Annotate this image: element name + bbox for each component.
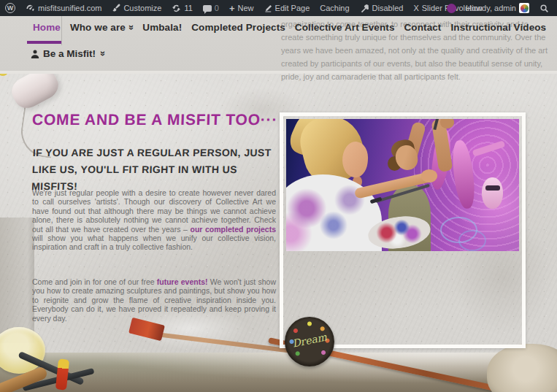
customize-label: Customize <box>123 4 161 12</box>
mural-face-with-sunglasses <box>482 177 503 209</box>
page-subtitle: IF YOU ARE JUST A REGULAR PERSON, JUST L… <box>31 145 283 195</box>
caching-menu[interactable]: Caching <box>315 0 354 16</box>
nav-item-label: Contact <box>404 22 442 33</box>
updates-menu[interactable]: 11 <box>166 0 197 16</box>
admin-bar-right: Howdy, admin <box>442 0 554 16</box>
nav-item-home[interactable]: Home <box>28 22 65 33</box>
comments-count: 0 <box>215 4 219 12</box>
paintbrush-icon <box>112 4 120 12</box>
nav-item-label: Instructional Videos <box>450 22 546 33</box>
completed-projects-link[interactable]: our completed projects <box>191 225 277 234</box>
background-plank <box>0 218 34 343</box>
site-name-label: misfitsunified.com <box>38 4 101 12</box>
gauge-icon <box>26 4 35 13</box>
slider-photo-frame <box>280 112 526 348</box>
future-events-link[interactable]: future events! <box>157 277 208 286</box>
nav-item-completed-projects[interactable]: Completed Projects <box>187 22 290 33</box>
wordpress-logo-icon: W <box>5 3 15 13</box>
mural-scribble <box>458 230 486 251</box>
updates-count: 11 <box>184 4 192 12</box>
chevron-double-down-icon: « <box>97 51 107 56</box>
my-account-menu[interactable]: Howdy, admin <box>461 0 534 16</box>
caching-label: Caching <box>320 4 349 12</box>
person-icon <box>31 50 39 58</box>
disabled-label: Disabled <box>372 4 404 12</box>
plus-icon: + <box>229 4 235 13</box>
painter-two-hand <box>440 119 454 128</box>
updates-icon <box>172 4 181 13</box>
speed-plugin-menu[interactable]: Disabled <box>355 0 409 16</box>
dream-sticker-text: Dream <box>284 329 335 351</box>
nav-separator <box>61 16 62 45</box>
edit-page-label: Edit Page <box>275 4 310 12</box>
intro-paragraph: We're just regular people with a desire … <box>32 188 276 252</box>
site-name-menu[interactable]: misfitsunified.com <box>20 0 107 16</box>
nav-item-be-a-misfit[interactable]: Be a Misfit! « <box>31 48 104 59</box>
slider-revolution-x-icon: X <box>413 4 418 12</box>
mural-painting-photo <box>286 119 519 251</box>
nav-item-label: Be a Misfit! <box>43 48 96 59</box>
search-menu[interactable] <box>534 0 554 16</box>
wp-admin-bar: W misfitsunified.com Customize 11 0 + <box>0 0 557 16</box>
main-navigation: Home Who we are « Umbala! Completed Proj… <box>28 22 551 33</box>
nav-item-umbala[interactable]: Umbala! <box>138 22 186 33</box>
nav-item-label: Completed Projects <box>191 22 285 33</box>
active-underline <box>27 41 61 44</box>
pencil-icon <box>264 4 272 12</box>
search-icon <box>539 4 549 13</box>
wp-logo-menu[interactable]: W <box>0 0 20 16</box>
hammer-icon <box>360 4 369 13</box>
page-title: COME AND BE A MISFIT TOO··· <box>32 111 285 128</box>
nav-item-collective-art-events[interactable]: Collective Art Events <box>291 22 399 33</box>
painter-one-hand <box>421 169 437 182</box>
avatar <box>519 3 529 13</box>
nav-item-who-we-are[interactable]: Who we are « <box>66 22 137 33</box>
join-paragraph-text: Come and join in for one of our free <box>32 277 157 286</box>
new-label: New <box>238 4 254 12</box>
nav-item-label: Home <box>33 22 61 33</box>
nav-item-label: Collective Art Events <box>295 22 395 33</box>
customize-menu[interactable]: Customize <box>107 0 166 16</box>
nav-item-label: Umbala! <box>142 22 182 33</box>
nav-item-contact[interactable]: Contact <box>400 22 446 33</box>
intro-paragraph-text: will show you what happens when we unify… <box>32 234 276 251</box>
avatar-image <box>520 4 529 12</box>
nav-item-instructional-videos[interactable]: Instructional Videos <box>446 22 550 33</box>
plugin-dot-icon[interactable] <box>447 4 456 13</box>
comment-bubble-icon <box>203 5 212 12</box>
site-header: organization to come together, to reconn… <box>0 16 557 74</box>
nav-item-label: Who we are <box>70 22 126 33</box>
edit-page-menu[interactable]: Edit Page <box>259 0 315 16</box>
chevron-double-down-icon: « <box>126 25 135 30</box>
howdy-label: Howdy, admin <box>466 4 516 12</box>
comments-menu[interactable]: 0 <box>198 0 224 16</box>
join-paragraph: Come and join in for one of our free fut… <box>32 277 276 323</box>
dream-sticker: Dream <box>285 317 334 366</box>
mural-sunglasses <box>485 185 501 191</box>
page: COME AND BE A MISFIT TOO··· IF YOU ARE J… <box>0 0 557 392</box>
new-content-menu[interactable]: + New <box>224 0 259 16</box>
